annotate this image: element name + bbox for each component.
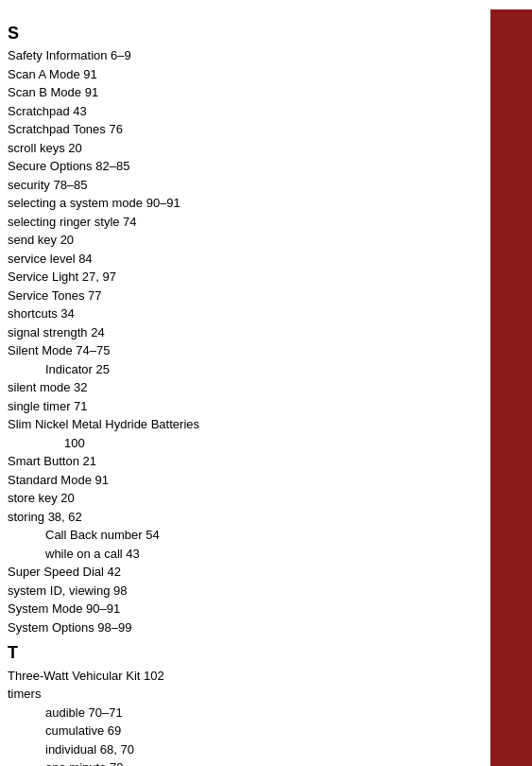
list-item: Scan B Mode 91 [8, 83, 443, 102]
list-item: selecting ringer style 74 [8, 213, 443, 232]
list-item: single timer 71 [8, 397, 443, 416]
list-item: Safety Information 6–9 [8, 46, 443, 65]
list-item: 100 [8, 434, 443, 453]
list-item: Call Back number 54 [8, 526, 443, 545]
list-item: Three-Watt Vehicular Kit 102 [8, 667, 443, 686]
section-letter-s: S [8, 23, 443, 44]
list-item: Silent Mode 74–75 [8, 341, 443, 360]
list-item: individual 68, 70 [8, 740, 443, 759]
list-item: Slim Nickel Metal Hydride Batteries [8, 415, 443, 434]
list-item: Service Tones 77 [8, 287, 443, 305]
list-item: store key 20 [8, 489, 443, 508]
section-letter-t: T [8, 642, 443, 664]
list-item: send key 20 [8, 231, 443, 250]
list-item: audible 70–71 [8, 704, 443, 722]
list-item: Scan A Mode 91 [8, 65, 443, 84]
right-sidebar: Index [490, 9, 532, 766]
list-item: storing 38, 62 [8, 508, 443, 527]
section-s: S Safety Information 6–9 Scan A Mode 91 … [8, 23, 443, 636]
list-item: Smart Button 21 [8, 452, 443, 471]
list-item: cumulative 69 [8, 722, 443, 740]
list-item: Indicator 25 [8, 360, 443, 379]
list-item: while on a call 43 [8, 545, 443, 564]
content-area: S Safety Information 6–9 Scan A Mode 91 … [0, 9, 532, 766]
section-t: T Three-Watt Vehicular Kit 102 timers au… [8, 642, 443, 766]
list-item: shortcuts 34 [8, 305, 443, 323]
list-item: selecting a system mode 90–91 [8, 194, 443, 213]
list-item: silent mode 32 [8, 378, 443, 397]
list-item: system ID, viewing 98 [8, 582, 443, 601]
list-item: service level 84 [8, 250, 443, 269]
page-container: S Safety Information 6–9 Scan A Mode 91 … [0, 0, 532, 766]
list-item: one minute 70 [8, 758, 443, 766]
list-item: Scratchpad Tones 76 [8, 120, 443, 139]
list-item: Standard Mode 91 [8, 471, 443, 490]
list-item: timers [8, 685, 443, 704]
list-item: signal strength 24 [8, 323, 443, 342]
list-item: Scratchpad 43 [8, 102, 443, 121]
list-item: System Mode 90–91 [8, 600, 443, 618]
main-content: S Safety Information 6–9 Scan A Mode 91 … [0, 9, 490, 766]
list-item: scroll keys 20 [8, 139, 443, 158]
list-item: Secure Options 82–85 [8, 157, 443, 176]
list-item: security 78–85 [8, 176, 443, 195]
list-item: Service Light 27, 97 [8, 268, 443, 287]
list-item: Super Speed Dial 42 [8, 563, 443, 582]
list-item: System Options 98–99 [8, 618, 443, 637]
